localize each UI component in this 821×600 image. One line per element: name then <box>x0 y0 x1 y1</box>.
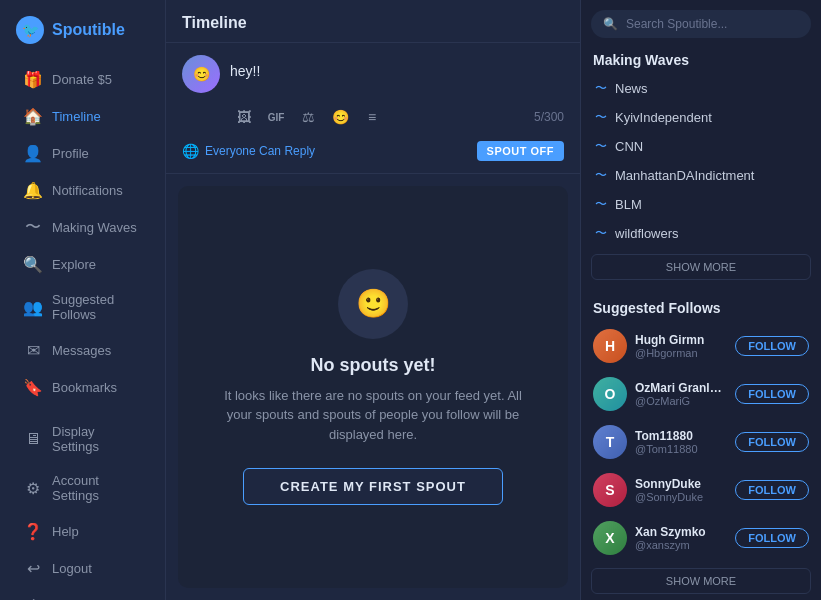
wave-label: ManhattanDAIndictment <box>615 168 754 183</box>
image-btn[interactable]: 🖼 <box>230 103 258 131</box>
spout-off-button[interactable]: SPOUT OFF <box>477 141 564 161</box>
compose-text[interactable]: hey!! <box>230 55 260 79</box>
follow-button[interactable]: FOLLOW <box>735 384 809 404</box>
sidebar-label-help: Help <box>52 524 79 539</box>
sidebar-label-notifications: Notifications <box>52 183 123 198</box>
nav-items: 🎁 Donate $5 🏠 Timeline 👤 Profile 🔔 Notif… <box>0 60 165 600</box>
wave-item[interactable]: 〜 KyivIndependent <box>581 103 821 132</box>
follow-button[interactable]: FOLLOW <box>735 480 809 500</box>
wave-label: wildflowers <box>615 226 679 241</box>
follow-button[interactable]: FOLLOW <box>735 432 809 452</box>
search-bar[interactable]: 🔍 <box>591 10 811 38</box>
making-waves-icon: 〜 <box>24 218 42 236</box>
follow-button[interactable]: FOLLOW <box>735 528 809 548</box>
follow-avatar: T <box>593 425 627 459</box>
follow-name: OzMari Granlund <box>635 381 727 395</box>
sidebar-item-explore[interactable]: 🔍 Explore <box>8 246 157 282</box>
sidebar-item-notifications[interactable]: 🔔 Notifications <box>8 172 157 208</box>
wave-label: KyivIndependent <box>615 110 712 125</box>
logo-text: Spoutible <box>52 21 125 39</box>
follow-name: SonnyDuke <box>635 477 727 491</box>
chart-btn[interactable]: ≡ <box>358 103 386 131</box>
gif-btn[interactable]: GIF <box>262 103 290 131</box>
donate-icon: 🎁 <box>24 70 42 88</box>
follow-info: SonnyDuke @SonnyDuke <box>635 477 727 503</box>
wave-icon: 〜 <box>595 225 607 242</box>
char-count: 5/300 <box>534 110 564 124</box>
wave-label: News <box>615 81 648 96</box>
follow-avatar: S <box>593 473 627 507</box>
sidebar-item-profile[interactable]: 👤 Profile <box>8 135 157 171</box>
less-icon: ⬆ <box>24 596 42 600</box>
sidebar-label-making-waves: Making Waves <box>52 220 137 235</box>
explore-icon: 🔍 <box>24 255 42 273</box>
sidebar-label-messages: Messages <box>52 343 111 358</box>
reply-info: 🌐 Everyone Can Reply <box>182 143 315 159</box>
emoji-btn[interactable]: 😊 <box>326 103 354 131</box>
empty-description: It looks like there are no spouts on you… <box>218 386 528 445</box>
follow-handle: @xanszym <box>635 539 727 551</box>
sidebar-item-timeline[interactable]: 🏠 Timeline <box>8 98 157 134</box>
account-settings-icon: ⚙ <box>24 479 42 497</box>
follow-avatar: O <box>593 377 627 411</box>
sidebar-item-messages[interactable]: ✉ Messages <box>8 332 157 368</box>
follow-info: OzMari Granlund @OzMariG <box>635 381 727 407</box>
sidebar-label-bookmarks: Bookmarks <box>52 380 117 395</box>
follow-name: Tom11880 <box>635 429 727 443</box>
sidebar-item-donate[interactable]: 🎁 Donate $5 <box>8 61 157 97</box>
follow-item: T Tom11880 @Tom11880 FOLLOW <box>581 418 821 466</box>
sidebar-label-explore: Explore <box>52 257 96 272</box>
compose-area: 😊 hey!! 🖼 GIF ⚖ 😊 ≡ 5/300 🌐 Everyone Can… <box>166 43 580 174</box>
wave-label: BLM <box>615 197 642 212</box>
logout-icon: ↩ <box>24 559 42 577</box>
logo-area[interactable]: 🐦 Spoutible <box>0 12 165 60</box>
sidebar-item-display-settings[interactable]: 🖥 Display Settings <box>8 415 157 463</box>
messages-icon: ✉ <box>24 341 42 359</box>
right-panel: 🔍 Making Waves 〜 News 〜 KyivIndependent … <box>581 0 821 600</box>
sidebar-label-account-settings: Account Settings <box>52 473 141 503</box>
wave-icon: 〜 <box>595 196 607 213</box>
display-settings-icon: 🖥 <box>24 430 42 448</box>
sidebar-item-logout[interactable]: ↩ Logout <box>8 550 157 586</box>
bookmarks-icon: 🔖 <box>24 378 42 396</box>
poll-btn[interactable]: ⚖ <box>294 103 322 131</box>
follow-info: Hugh Girmn @Hbgorman <box>635 333 727 359</box>
sidebar-item-making-waves[interactable]: 〜 Making Waves <box>8 209 157 245</box>
sidebar-item-account-settings[interactable]: ⚙ Account Settings <box>8 464 157 512</box>
making-waves-show-more[interactable]: SHOW MORE <box>591 254 811 280</box>
wave-icon: 〜 <box>595 167 607 184</box>
follow-item: X Xan Szymko @xanszym FOLLOW <box>581 514 821 562</box>
follow-name: Hugh Girmn <box>635 333 727 347</box>
user-avatar: 😊 <box>182 55 220 93</box>
sidebar-item-bookmarks[interactable]: 🔖 Bookmarks <box>8 369 157 405</box>
follow-name: Xan Szymko <box>635 525 727 539</box>
sidebar: 🐦 Spoutible 🎁 Donate $5 🏠 Timeline 👤 Pro… <box>0 0 165 600</box>
wave-item[interactable]: 〜 wildflowers <box>581 219 821 248</box>
sidebar-item-less[interactable]: ⬆ Less <box>8 587 157 600</box>
follow-button[interactable]: FOLLOW <box>735 336 809 356</box>
follow-avatar: H <box>593 329 627 363</box>
making-waves-list: 〜 News 〜 KyivIndependent 〜 CNN 〜 Manhatt… <box>581 74 821 248</box>
notifications-icon: 🔔 <box>24 181 42 199</box>
timeline-icon: 🏠 <box>24 107 42 125</box>
wave-item[interactable]: 〜 News <box>581 74 821 103</box>
follow-handle: @SonnyDuke <box>635 491 727 503</box>
follow-handle: @Hbgorman <box>635 347 727 359</box>
wave-item[interactable]: 〜 CNN <box>581 132 821 161</box>
sidebar-item-help[interactable]: ❓ Help <box>8 513 157 549</box>
wave-item[interactable]: 〜 ManhattanDAIndictment <box>581 161 821 190</box>
wave-item[interactable]: 〜 BLM <box>581 190 821 219</box>
search-input[interactable] <box>626 17 799 31</box>
making-waves-title: Making Waves <box>581 46 821 74</box>
sidebar-item-suggested-follows[interactable]: 👥 Suggested Follows <box>8 283 157 331</box>
sidebar-label-suggested-follows: Suggested Follows <box>52 292 141 322</box>
wave-icon: 〜 <box>595 138 607 155</box>
globe-icon: 🌐 <box>182 143 199 159</box>
wave-icon: 〜 <box>595 80 607 97</box>
follow-item: O OzMari Granlund @OzMariG FOLLOW <box>581 370 821 418</box>
follow-info: Xan Szymko @xanszym <box>635 525 727 551</box>
suggested-follows-show-more[interactable]: SHOW MORE <box>591 568 811 594</box>
logo-icon: 🐦 <box>16 16 44 44</box>
suggested-follows-icon: 👥 <box>24 298 42 316</box>
create-first-spout-button[interactable]: CREATE MY FIRST SPOUT <box>243 468 503 505</box>
